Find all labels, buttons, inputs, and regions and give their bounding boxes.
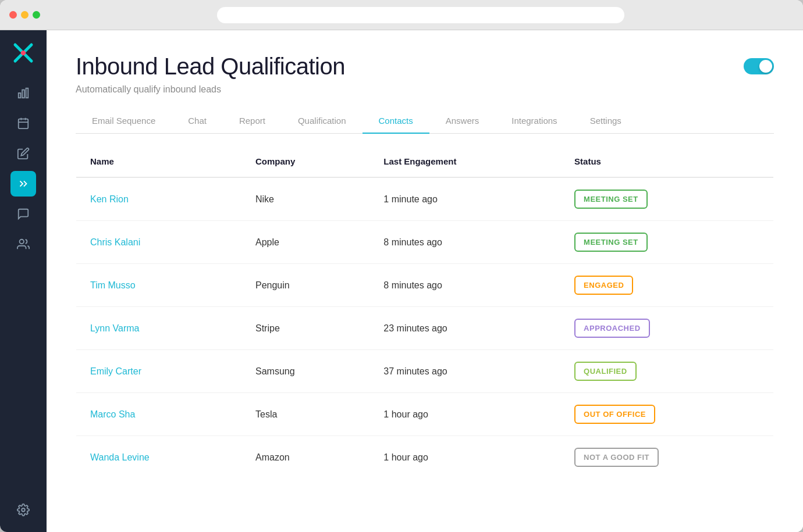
contact-engagement-cell: 1 hour ago [369,393,560,436]
status-badge: QUALIFIED [574,362,637,381]
sidebar-item-settings[interactable] [10,497,36,523]
table-row: Lynn VarmaStripe23 minutes agoAPPROACHED [76,307,774,350]
app-container: Inbound Lead Qualification Automatically… [0,30,803,532]
tabs-nav: Email Sequence Chat Report Qualification… [76,109,774,134]
tab-qualification[interactable]: Qualification [282,109,363,134]
contact-link-4[interactable]: Emily Carter [90,366,141,376]
toggle-knob [759,60,772,73]
tab-contacts[interactable]: Contacts [363,109,429,134]
sidebar-item-chart[interactable] [10,80,36,106]
contact-status-cell: ENGAGED [560,264,773,307]
sidebar [0,30,47,532]
table-row: Tim MussoPenguin8 minutes agoENGAGED [76,264,774,307]
status-badge: APPROACHED [574,319,649,338]
maximize-dot[interactable] [33,11,40,19]
page-subtitle: Automatically qualify inbound leads [76,84,774,95]
svg-point-10 [20,240,24,244]
contact-engagement-cell: 23 minutes ago [369,307,560,350]
contact-name-cell: Lynn Varma [76,307,242,350]
svg-rect-3 [19,93,21,98]
contact-status-cell: OUT OF OFFICE [560,393,773,436]
svg-rect-4 [22,90,24,98]
status-badge: NOT A GOOD FIT [574,448,659,467]
col-company: Company [241,146,369,178]
col-status: Status [560,146,773,178]
page-header: Inbound Lead Qualification [76,53,774,80]
browser-window: Inbound Lead Qualification Automatically… [0,0,803,532]
address-bar[interactable] [217,7,624,23]
contact-link-6[interactable]: Wanda Levine [90,452,150,462]
sidebar-item-chat[interactable] [10,201,36,227]
active-toggle[interactable] [744,58,774,74]
contact-link-5[interactable]: Marco Sha [90,409,135,419]
tab-settings[interactable]: Settings [574,109,638,134]
contact-company-cell: Penguin [241,264,369,307]
page-title: Inbound Lead Qualification [76,53,345,80]
sidebar-item-edit[interactable] [10,141,36,166]
contact-status-cell: APPROACHED [560,307,773,350]
contact-company-cell: Samsung [241,350,369,393]
contact-engagement-cell: 8 minutes ago [369,264,560,307]
contact-engagement-cell: 1 minute ago [369,177,560,221]
contact-name-cell: Wanda Levine [76,436,242,479]
contact-name-cell: Emily Carter [76,350,242,393]
status-badge: MEETING SET [574,190,648,209]
contact-company-cell: Apple [241,221,369,264]
status-badge: MEETING SET [574,233,648,252]
tab-integrations[interactable]: Integrations [495,109,573,134]
close-dot[interactable] [9,11,17,19]
contact-company-cell: Tesla [241,393,369,436]
contacts-table: Name Company Last Engagement Status Ken … [76,145,774,479]
contact-engagement-cell: 1 hour ago [369,436,560,479]
contact-name-cell: Chris Kalani [76,221,242,264]
logo[interactable] [10,40,37,66]
contact-link-2[interactable]: Tim Musso [90,280,136,290]
svg-rect-5 [26,88,29,98]
contact-company-cell: Amazon [241,436,369,479]
minimize-dot[interactable] [21,11,29,19]
main-content: Inbound Lead Qualification Automatically… [47,30,803,532]
table-header-row: Name Company Last Engagement Status [76,146,774,178]
contact-status-cell: QUALIFIED [560,350,773,393]
table-row: Chris KalaniApple8 minutes agoMEETING SE… [76,221,774,264]
col-last-engagement: Last Engagement [369,146,560,178]
tab-chat[interactable]: Chat [172,109,223,134]
status-badge: OUT OF OFFICE [574,405,655,424]
contact-engagement-cell: 8 minutes ago [369,221,560,264]
sidebar-item-contacts[interactable] [10,231,36,257]
contact-status-cell: MEETING SET [560,177,773,221]
table-row: Marco ShaTesla1 hour agoOUT OF OFFICE [76,393,774,436]
sidebar-item-arrows[interactable] [10,171,36,197]
contact-link-3[interactable]: Lynn Varma [90,323,139,333]
table-row: Wanda LevineAmazon1 hour agoNOT A GOOD F… [76,436,774,479]
contact-name-cell: Ken Rion [76,177,242,221]
sidebar-item-calendar[interactable] [10,110,36,136]
table-row: Ken RionNike1 minute agoMEETING SET [76,177,774,221]
contact-link-0[interactable]: Ken Rion [90,194,129,204]
svg-rect-6 [19,119,29,129]
tab-report[interactable]: Report [223,109,282,134]
contact-engagement-cell: 37 minutes ago [369,350,560,393]
svg-point-2 [21,51,26,55]
contact-status-cell: NOT A GOOD FIT [560,436,773,479]
contact-status-cell: MEETING SET [560,221,773,264]
tab-answers[interactable]: Answers [429,109,496,134]
contact-company-cell: Nike [241,177,369,221]
browser-chrome [0,0,803,30]
svg-point-11 [22,508,25,512]
contact-name-cell: Marco Sha [76,393,242,436]
tab-email-sequence[interactable]: Email Sequence [76,109,172,134]
contact-link-1[interactable]: Chris Kalani [90,237,140,247]
browser-dots [9,11,40,19]
col-name: Name [76,146,242,178]
table-row: Emily CarterSamsung37 minutes agoQUALIFI… [76,350,774,393]
contact-company-cell: Stripe [241,307,369,350]
status-badge: ENGAGED [574,276,633,295]
contact-name-cell: Tim Musso [76,264,242,307]
